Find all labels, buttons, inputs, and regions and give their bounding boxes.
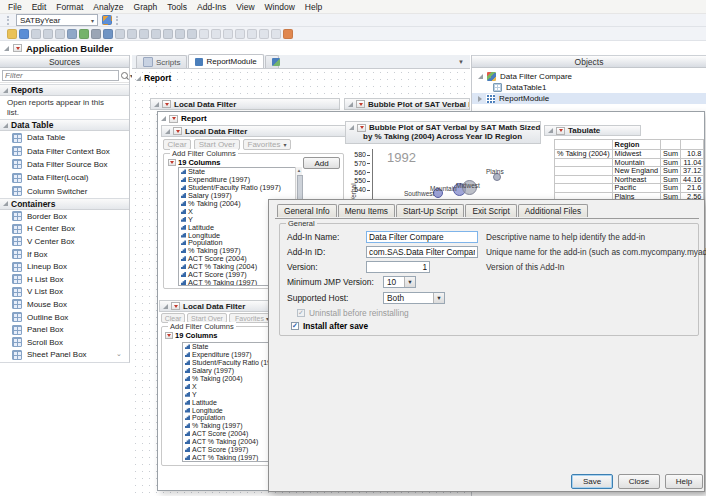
dialog-tab[interactable]: Exit Script xyxy=(465,204,516,217)
save-button[interactable]: Save xyxy=(571,474,613,489)
menu-item[interactable]: Edit xyxy=(27,2,52,12)
subset-icon[interactable] xyxy=(235,29,245,39)
dialog-tab[interactable]: Start-Up Script xyxy=(396,204,464,217)
source-list-item[interactable]: Border Box xyxy=(0,210,129,223)
filter-input[interactable] xyxy=(2,70,119,81)
fit-model-icon[interactable] xyxy=(163,29,173,39)
section-header-reports[interactable]: Reports xyxy=(0,84,129,96)
cut-icon[interactable] xyxy=(31,29,41,39)
table-row[interactable]: Pacific Sum 21.6 xyxy=(555,184,704,193)
toolbar-grip[interactable] xyxy=(7,16,12,25)
install-checkbox[interactable]: ✓ xyxy=(291,322,299,330)
help-button[interactable]: Help xyxy=(665,474,703,489)
source-list-item[interactable]: Outline Box xyxy=(0,311,129,324)
columns-tree-node[interactable]: 19 Columns xyxy=(168,158,221,167)
join-icon[interactable] xyxy=(247,29,257,39)
filter-column-item[interactable]: Population xyxy=(183,414,276,422)
copy-icon[interactable] xyxy=(43,29,53,39)
filter-column-item[interactable]: Expenditure (1997) xyxy=(183,351,276,359)
menu-item[interactable]: View xyxy=(231,2,259,12)
add-button[interactable]: Add xyxy=(303,157,340,169)
favorites-button[interactable]: Favorites▾ xyxy=(243,139,291,150)
min-jmp-version-select[interactable]: 10 ▼ xyxy=(383,276,416,288)
red-triangle-menu-icon[interactable] xyxy=(169,115,178,123)
design-bubble-plot-header[interactable]: Bubble Plot of SAT Verbal by SAT Math Si… xyxy=(344,98,470,110)
new-table-icon[interactable] xyxy=(199,29,209,39)
menu-item[interactable]: Window xyxy=(260,2,300,12)
red-triangle-menu-icon[interactable] xyxy=(165,332,173,339)
source-list-item[interactable]: H Center Box xyxy=(0,223,129,236)
sort-icon[interactable] xyxy=(211,29,221,39)
source-list-item[interactable]: V List Box xyxy=(0,286,129,299)
scroll-up-icon[interactable]: ▲ xyxy=(296,168,302,173)
tab-new-module[interactable] xyxy=(265,55,279,68)
disclosure-triangle-icon[interactable] xyxy=(4,46,9,51)
data-table-icon[interactable] xyxy=(102,15,112,25)
source-list-item[interactable]: Column Switcher xyxy=(0,185,129,198)
tree-item-report-module[interactable]: ReportModule xyxy=(472,93,706,104)
pin-panel-icon[interactable]: ▼ xyxy=(458,59,464,65)
rows-icon[interactable] xyxy=(271,29,281,39)
red-triangle-menu-icon[interactable] xyxy=(168,159,176,166)
help-icon[interactable] xyxy=(283,29,293,39)
journal-icon[interactable] xyxy=(67,29,77,39)
menu-item[interactable]: Graph xyxy=(129,2,163,12)
source-list-item[interactable]: If Box xyxy=(0,248,129,261)
filter-column-item[interactable]: X xyxy=(183,382,276,390)
fit-y-by-x-icon[interactable] xyxy=(139,29,149,39)
design-local-data-filter-header[interactable]: Local Data Filter xyxy=(150,98,340,110)
menu-item[interactable]: Help xyxy=(300,2,327,12)
menu-item[interactable]: Format xyxy=(51,2,88,12)
source-list-item[interactable]: Data Table xyxy=(0,131,129,144)
menu-item[interactable]: File xyxy=(3,2,27,12)
paste-icon[interactable] xyxy=(55,29,65,39)
local-data-filter-header[interactable]: Local Data Filter xyxy=(161,125,346,137)
filter-column-item[interactable]: ACT Score (2004) xyxy=(183,430,276,438)
module-select[interactable]: SATByYear ▾ xyxy=(16,14,98,26)
tree-item-data-filter-compare[interactable]: Data Filter Compare xyxy=(472,71,706,82)
tree-item-datatable1[interactable]: DataTable1 xyxy=(472,82,706,93)
red-triangle-menu-icon[interactable] xyxy=(556,127,565,135)
dialog-tab[interactable]: Additional Files xyxy=(518,204,588,217)
add-in-id-input[interactable] xyxy=(366,246,478,258)
source-list-item[interactable]: V Center Box xyxy=(0,235,129,248)
tools-icon[interactable] xyxy=(91,29,101,39)
source-list-item[interactable]: Mouse Box xyxy=(0,298,129,311)
red-triangle-menu-icon[interactable] xyxy=(13,44,22,52)
bubble-plot-header[interactable]: Bubble Plot of SAT Verbal by SAT Math Si… xyxy=(345,121,541,144)
filter-column-item[interactable]: State xyxy=(183,343,276,351)
columns-icon[interactable] xyxy=(259,29,269,39)
uninstall-checkbox[interactable]: ✓ xyxy=(297,309,305,317)
distribution-icon[interactable] xyxy=(127,29,137,39)
source-list-item[interactable]: Data Filter Context Box xyxy=(0,144,129,157)
table-row[interactable]: % Taking (2004) Midwest Sum 10.8 xyxy=(555,150,704,159)
red-triangle-menu-icon[interactable] xyxy=(173,127,182,135)
source-list-item[interactable]: H List Box xyxy=(0,273,129,286)
layout-icon[interactable] xyxy=(115,29,125,39)
red-triangle-menu-icon[interactable] xyxy=(162,100,171,108)
source-list-item[interactable]: Sheet Panel Box xyxy=(0,348,129,361)
section-header-containers[interactable]: Containers xyxy=(0,198,129,210)
preview-report-outline[interactable]: Report xyxy=(161,114,207,123)
menu-item[interactable]: Add-Ins xyxy=(192,2,231,12)
red-triangle-menu-icon[interactable] xyxy=(356,100,365,108)
filter-column-item[interactable]: Longitude xyxy=(183,406,276,414)
save-icon[interactable] xyxy=(19,29,29,39)
scroll-down-icon[interactable]: ⌄ xyxy=(116,350,122,358)
filter-columns-list[interactable]: State Expenditure (1997) Student/Faculty… xyxy=(182,342,277,462)
scatterplot-icon[interactable] xyxy=(187,29,197,39)
source-list-item[interactable]: Data Filter Source Box xyxy=(0,158,129,171)
script-window-icon[interactable] xyxy=(103,29,113,39)
table-row[interactable]: New England Sum 37.12 xyxy=(555,167,704,176)
local-data-filter-header[interactable]: Local Data Filter xyxy=(159,300,282,312)
filter-column-item[interactable]: ACT Score (1997) xyxy=(183,446,276,454)
tabulate-header[interactable]: Tabulate xyxy=(544,125,641,136)
filter-column-item[interactable]: ACT % Taking (1997) xyxy=(183,453,276,461)
section-header-data-table[interactable]: Data Table xyxy=(0,119,129,131)
filter-column-item[interactable]: Student/Faculty Ratio (1997) xyxy=(183,359,276,367)
tab-report-module[interactable]: ReportModule xyxy=(188,54,263,68)
menu-item[interactable]: Analyze xyxy=(88,2,128,12)
red-triangle-menu-icon[interactable] xyxy=(171,302,180,310)
version-input[interactable] xyxy=(366,261,430,273)
source-list-item[interactable]: Scroll Box xyxy=(0,336,129,349)
